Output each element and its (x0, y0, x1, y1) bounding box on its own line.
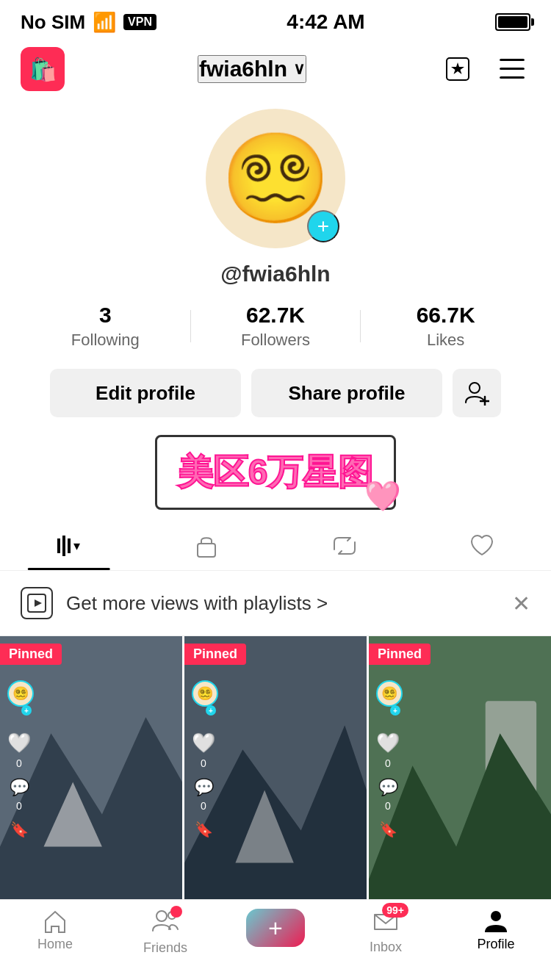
following-label: Following (71, 331, 140, 350)
svg-rect-3 (500, 76, 525, 79)
status-bar: No SIM 📶 VPN 4:42 AM (0, 0, 551, 40)
action-buttons: Edit profile Share profile (21, 369, 530, 417)
tabs-row: ▾ (0, 520, 551, 571)
vpn-badge: VPN (123, 14, 156, 30)
nav-profile[interactable]: Profile (441, 909, 551, 952)
carrier-text: No SIM (21, 11, 85, 34)
pinned-badge-3: Pinned (369, 644, 431, 665)
likes-label: Likes (427, 331, 464, 350)
playlist-banner: Get more views with playlists > ✕ (0, 571, 551, 636)
following-stat[interactable]: 3 Following (21, 303, 190, 350)
followers-label: Followers (241, 331, 310, 350)
top-nav: 🛍️ fwia6hln ∨ (0, 40, 551, 101)
liked-icon (469, 534, 494, 558)
playlist-text[interactable]: Get more views with playlists > (66, 592, 328, 615)
video3-heart-count: 0 (385, 757, 391, 769)
playlist-box-icon (27, 594, 46, 613)
nav-profile-label: Profile (477, 937, 514, 952)
bio-banner-inner: 美区6万星图 🩷 (155, 435, 397, 510)
likes-count: 66.7K (417, 303, 475, 328)
tab-liked[interactable] (414, 520, 552, 570)
bio-heart-icon: 🩷 (364, 479, 401, 514)
tiktok-logo-icon: 🛍️ (29, 57, 57, 82)
battery-icon (495, 13, 530, 31)
svg-rect-1 (500, 59, 525, 61)
playlist-close-button[interactable]: ✕ (512, 591, 530, 616)
nav-home[interactable]: Home (0, 909, 110, 952)
video2-avatar: 😵‍💫 (192, 680, 218, 707)
home-icon (43, 909, 68, 934)
friends-icon-wrapper (151, 909, 179, 937)
nav-inbox-label: Inbox (370, 940, 402, 955)
svg-rect-7 (198, 544, 215, 557)
tiktok-logo[interactable]: 🛍️ (21, 47, 65, 91)
nav-inbox[interactable]: 99+ Inbox (331, 909, 441, 955)
inbox-badge-count: 99+ (382, 903, 408, 918)
bio-text: 美区6万星图 (178, 449, 374, 496)
pinned-badge-1: Pinned (0, 644, 62, 665)
svg-marker-9 (35, 599, 42, 607)
edit-profile-button[interactable]: Edit profile (50, 369, 241, 417)
video1-avatar: 😵‍💫 (7, 680, 34, 707)
tab-dropdown-arrow: ▾ (73, 538, 80, 554)
profile-handle: @fwia6hln (220, 262, 330, 287)
svg-rect-2 (500, 68, 525, 70)
tab-videos-content: ▾ (57, 536, 80, 556)
likes-stat[interactable]: 66.7K Likes (361, 303, 530, 350)
repost-icon (331, 535, 358, 557)
video2-heart-count: 0 (201, 757, 206, 769)
nav-friends-label: Friends (143, 940, 187, 956)
svg-point-22 (156, 911, 167, 921)
video1-comment-icon: 💬 (10, 778, 29, 797)
status-time: 4:42 AM (287, 10, 364, 34)
bottom-nav: Home Friends + 99+ Inbox (0, 899, 551, 980)
video1-heart-icon: 🤍 (7, 732, 31, 754)
grid-icon (57, 536, 71, 556)
following-count: 3 (99, 303, 112, 328)
stats-row: 3 Following 62.7K Followers 66.7K Likes (21, 303, 530, 350)
nav-home-label: Home (37, 937, 73, 952)
wifi-icon: 📶 (93, 11, 116, 34)
tab-locked[interactable] (138, 520, 276, 570)
bookmark-star-button[interactable] (439, 51, 476, 87)
video2-comment-count: 0 (201, 800, 206, 812)
add-icon: + (268, 914, 283, 943)
video1-heart-count: 0 (16, 757, 22, 769)
bookmark-star-icon (445, 57, 470, 82)
video2-heart-icon: 🤍 (192, 732, 215, 754)
tab-videos[interactable]: ▾ (0, 520, 138, 570)
username-button[interactable]: fwia6hln ∨ (198, 55, 306, 83)
menu-button[interactable] (494, 51, 530, 87)
add-button[interactable]: + (246, 909, 305, 947)
followers-count: 62.7K (246, 303, 305, 328)
playlist-banner-left: Get more views with playlists > (21, 587, 328, 619)
video3-heart-icon: 🤍 (376, 732, 400, 754)
share-profile-button[interactable]: Share profile (251, 369, 442, 417)
video3-comment-count: 0 (385, 800, 391, 812)
playlist-icon (21, 587, 53, 619)
status-left: No SIM 📶 VPN (21, 11, 156, 34)
avatar-wrapper: 😵‍💫 + (206, 109, 345, 248)
svg-point-4 (469, 383, 480, 393)
lock-icon (195, 533, 217, 558)
profile-icon (483, 909, 508, 934)
followers-stat[interactable]: 62.7K Followers (191, 303, 361, 350)
tab-reposts[interactable] (276, 520, 414, 570)
status-right (495, 13, 530, 31)
add-friend-icon (464, 381, 489, 406)
video3-bookmark-icon: 🔖 (379, 821, 397, 838)
add-friend-button[interactable] (453, 369, 501, 417)
friends-notification-dot (170, 906, 182, 918)
video1-bookmark-icon: 🔖 (10, 821, 29, 838)
hamburger-icon (500, 59, 525, 79)
top-icons (439, 51, 530, 87)
nav-username: fwia6hln (199, 57, 287, 82)
add-avatar-button[interactable]: + (307, 210, 339, 242)
svg-point-24 (491, 911, 501, 921)
video2-comment-icon: 💬 (194, 778, 214, 797)
video3-avatar: 😵‍💫 (376, 680, 403, 707)
chevron-down-icon: ∨ (293, 60, 305, 79)
nav-add[interactable]: + (220, 909, 331, 947)
video3-comment-icon: 💬 (378, 778, 398, 797)
nav-friends[interactable]: Friends (110, 909, 220, 956)
